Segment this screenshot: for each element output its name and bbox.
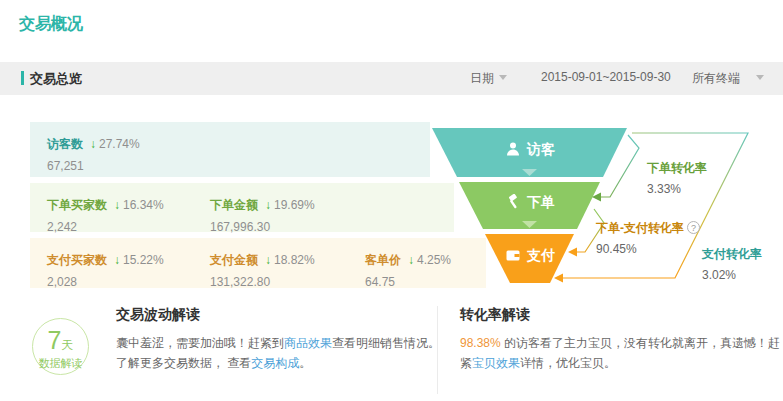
metric-label: 支付金额 [210, 253, 258, 267]
badge-unit: 天 [61, 338, 73, 352]
insight-title: 交易波动解读 [116, 306, 446, 324]
metric-percent: 27.74% [99, 137, 140, 151]
transaction-overview-page: 交易概况 交易总览 日期 2015-09-01~2015-09-30 所有终端 … [0, 0, 783, 401]
payment-icon [505, 247, 521, 263]
insight-title: 转化率解读 [460, 306, 783, 324]
metric-label: 下单金额 [210, 198, 258, 212]
funnel-stage-label: 下单 [527, 194, 555, 210]
date-range-picker[interactable]: 2015-09-01~2015-09-30 [541, 70, 671, 84]
metric-label: 客单价 [365, 253, 401, 267]
metric-value: 131,322.80 [210, 275, 315, 289]
conversion-label: 下单-支付转化率 [596, 221, 684, 235]
metric-percent: 16.34% [123, 198, 164, 212]
metric-label: 支付买家数 [47, 253, 107, 267]
metric-value: 167,996.30 [210, 220, 315, 234]
arrow-left-icon [554, 274, 563, 283]
funnel-stage-label: 支付 [527, 247, 555, 263]
insight-line: 囊中羞涩，需要加油哦！赶紧到商品效果查看明细销售情况。 [116, 333, 446, 353]
metric-label: 下单买家数 [47, 198, 107, 212]
metric-order-amount: 下单金额↓19.69% 167,996.30 [210, 195, 315, 234]
chevron-down-icon [756, 75, 764, 80]
funnel-stage-payment: 支付 [450, 247, 610, 265]
terminal-selector-value: 所有终端 [692, 71, 740, 85]
conversion-value: 3.02% [702, 268, 762, 282]
insight-text: 。 [299, 356, 311, 370]
metric-row-order: 下单买家数↓16.34% 2,242 下单金额↓19.69% 167,996.3… [30, 183, 454, 232]
metric-percent: 18.82% [274, 253, 315, 267]
section-title: 交易总览 [30, 70, 82, 88]
metric-value: 2,242 [47, 220, 164, 234]
date-range-value: 2015-09-01~2015-09-30 [541, 70, 671, 84]
metric-row-payment: 支付买家数↓15.22% 2,028 支付金额↓18.82% 131,322.8… [30, 238, 486, 288]
item-effect-link[interactable]: 宝贝效果 [472, 356, 520, 370]
seven-day-badge: 7天 数据解读 [32, 318, 89, 375]
terminal-selector-dropdown[interactable]: 所有终端 [692, 70, 764, 87]
help-icon[interactable]: ? [687, 221, 700, 234]
insight-text: 了解更多交易数据， 查看 [116, 356, 251, 370]
metric-label: 访客数 [47, 137, 83, 151]
metric-visitor-count: 访客数↓27.74% 67,251 [47, 134, 140, 173]
visitor-icon [505, 141, 521, 157]
insight-text: 详情，优化宝贝。 [520, 356, 616, 370]
funnel-stage-order: 下单 [450, 194, 610, 212]
metric-percent: 15.22% [123, 253, 164, 267]
conversion-label: 下单转化率 [647, 160, 707, 177]
insight-text: 查看明细销售情况。 [332, 336, 440, 350]
conversion-value: 3.33% [647, 182, 707, 196]
metric-pay-amount: 支付金额↓18.82% 131,322.80 [210, 250, 315, 289]
metric-order-buyers: 下单买家数↓16.34% 2,242 [47, 195, 164, 234]
badge-caption: 数据解读 [33, 356, 88, 371]
metric-row-visitor: 访客数↓27.74% 67,251 [30, 122, 430, 177]
insight-text: 囊中羞涩，需要加油哦！赶紧到 [116, 336, 284, 350]
order-icon [505, 194, 521, 210]
order-conversion-rate: 下单转化率 3.33% [647, 160, 707, 196]
conversion-value: 90.45% [596, 242, 700, 256]
insight-line: 98.38% 的访客看了主力宝贝，没有转化就离开，真遗憾！赶紧宝贝效果详情，优化… [460, 333, 783, 373]
metric-value: 67,251 [47, 159, 140, 173]
trend-down-icon: ↓ [90, 137, 96, 151]
section-marker [21, 71, 24, 85]
pay-conversion-rate: 支付转化率 3.02% [702, 246, 762, 282]
highlight-percent: 98.38% [460, 336, 501, 350]
date-filter-dropdown[interactable]: 日期 [470, 70, 507, 87]
trend-down-icon: ↓ [265, 198, 271, 212]
trend-down-icon: ↓ [114, 253, 120, 267]
transaction-fluctuation-insight: 交易波动解读 囊中羞涩，需要加油哦！赶紧到商品效果查看明细销售情况。 了解更多交… [116, 306, 446, 373]
product-effect-link[interactable]: 商品效果 [284, 336, 332, 350]
conversion-rate-insight: 转化率解读 98.38% 的访客看了主力宝贝，没有转化就离开，真遗憾！赶紧宝贝效… [437, 306, 783, 394]
badge-number: 7 [48, 326, 62, 354]
transaction-composition-link[interactable]: 交易构成 [251, 356, 299, 370]
metric-pay-buyers: 支付买家数↓15.22% 2,028 [47, 250, 164, 289]
date-filter-label: 日期 [470, 71, 494, 85]
insight-line: 了解更多交易数据， 查看交易构成。 [116, 353, 446, 373]
page-title: 交易概况 [19, 14, 83, 35]
metric-percent: 19.69% [274, 198, 315, 212]
funnel-stage-label: 访客 [527, 141, 555, 157]
toolbar: 交易总览 日期 2015-09-01~2015-09-30 所有终端 [0, 62, 783, 95]
trend-down-icon: ↓ [408, 253, 414, 267]
order-pay-conversion-rate: 下单-支付转化率? 90.45% [596, 220, 700, 256]
chevron-down-icon [499, 75, 507, 80]
trend-down-icon: ↓ [265, 253, 271, 267]
funnel-stage-visitor: 访客 [450, 141, 610, 159]
metric-value: 2,028 [47, 275, 164, 289]
conversion-label: 支付转化率 [702, 246, 762, 263]
trend-down-icon: ↓ [114, 198, 120, 212]
